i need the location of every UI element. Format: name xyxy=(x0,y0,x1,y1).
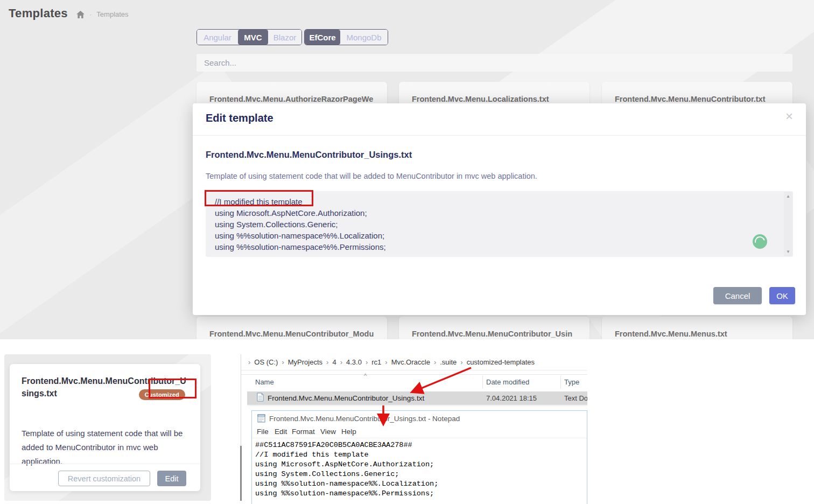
notepad-text-area[interactable]: ##C511AC87591FA20C0B5CA0ACBE3AA278## //I… xyxy=(252,438,587,499)
template-card-title: Frontend.Mvc.Menu.Localizations.txt xyxy=(412,94,577,104)
notepad-titlebar[interactable]: Frontend.Mvc.Menu.MenuContributor_Usings… xyxy=(252,411,587,426)
menu-edit[interactable]: Edit xyxy=(275,428,287,436)
explorer-breadcrumb-item[interactable]: OS (C:) xyxy=(254,358,278,366)
divider xyxy=(10,464,200,464)
explorer-breadcrumb-item[interactable]: .suite xyxy=(440,358,457,366)
scrollbar[interactable]: ▲ ▼ xyxy=(784,192,792,256)
template-detail-panel: Frontend.Mvc.Menu.MenuContributor_Usings… xyxy=(4,354,211,501)
explorer-breadcrumb-item[interactable]: customized-templates xyxy=(467,358,535,366)
edit-template-modal: Edit template × Frontend.Mvc.Menu.MenuCo… xyxy=(193,103,806,315)
revert-customization-button[interactable]: Revert customization xyxy=(58,471,150,486)
modal-template-description: Template of using statement code that wi… xyxy=(206,172,537,180)
modal-footer: Cancel OK xyxy=(713,287,795,304)
customized-template-card: Frontend.Mvc.Menu.MenuContributor_Usings… xyxy=(10,364,200,491)
template-card-description: Template of using statement code that wi… xyxy=(22,426,188,468)
chevron-right-icon: › xyxy=(460,358,462,366)
chevron-right-icon: › xyxy=(248,358,250,366)
breadcrumb: · Templates xyxy=(76,10,129,18)
menu-view[interactable]: View xyxy=(320,428,336,436)
notepad-line: using System.Collections.Generic; xyxy=(255,470,587,479)
frontend-tab-group: Angular MVC Blazor xyxy=(197,29,302,45)
breadcrumb-separator: · xyxy=(89,10,92,18)
explorer-breadcrumb-item[interactable]: 4.3.0 xyxy=(346,358,362,366)
column-header-date-modified[interactable]: Date modified xyxy=(486,378,529,386)
modal-title: Edit template xyxy=(206,112,273,124)
notepad-icon xyxy=(257,414,266,425)
chevron-right-icon: › xyxy=(282,358,284,366)
notepad-window: Frontend.Mvc.Menu.MenuContributor_Usings… xyxy=(251,410,587,504)
cancel-button[interactable]: Cancel xyxy=(713,287,762,304)
template-code-editor[interactable]: //I modified this template using Microso… xyxy=(206,191,793,257)
customized-badge: Customized xyxy=(139,389,185,400)
loading-spinner-icon xyxy=(753,234,767,249)
divider xyxy=(247,405,587,406)
notepad-window-title: Frontend.Mvc.Menu.MenuContributor_Usings… xyxy=(269,415,460,423)
file-row-selected[interactable]: Frontend.Mvc.Menu.MenuContributor_Usings… xyxy=(247,391,587,405)
chevron-right-icon: › xyxy=(385,358,387,366)
explorer-breadcrumb-item[interactable]: Mvc.Oraccle xyxy=(391,358,430,366)
explorer-breadcrumb-item[interactable]: MyProjects xyxy=(288,358,322,366)
template-card-title: Frontend.Mvc.Menu.MenuContributor.txt xyxy=(615,94,780,104)
text-file-icon xyxy=(257,393,264,404)
notepad-line: using %%solution-namespace%%.Localizatio… xyxy=(255,479,587,489)
window-edge xyxy=(240,446,242,501)
menu-file[interactable]: File xyxy=(257,428,269,436)
sort-ascending-icon: ^ xyxy=(364,373,367,379)
code-line: using %%solution-namespace%%.Localizatio… xyxy=(215,230,769,241)
menu-format[interactable]: Format xyxy=(292,428,315,436)
search-input[interactable] xyxy=(197,54,792,72)
app-root: Templates · Templates Angular MVC Blazor… xyxy=(0,0,814,504)
notepad-menubar: File Edit Format View Help xyxy=(252,426,587,438)
tab-blazor[interactable]: Blazor xyxy=(268,30,301,45)
card-actions: Revert customization Edit xyxy=(58,471,186,486)
code-line: //I modified this template xyxy=(215,196,769,207)
notepad-line: using Microsoft.AspNetCore.Authorization… xyxy=(255,460,587,470)
template-card-title: Frontend.Mvc.Menu.Menus.txt xyxy=(615,328,780,339)
column-header-name[interactable]: Name xyxy=(255,378,274,386)
code-line: using Microsoft.AspNetCore.Authorization… xyxy=(215,207,769,219)
home-icon[interactable] xyxy=(76,11,85,18)
notepad-line: ##C511AC87591FA20C0B5CA0ACBE3AA278## xyxy=(255,440,587,450)
file-date-modified: 7.04.2021 18:15 xyxy=(486,394,537,402)
page-title: Templates xyxy=(9,6,68,20)
explorer-address-bar: ›OS (C:) ›MyProjects ›4 ›4.3.0 ›rc1 ›Mvc… xyxy=(241,354,587,370)
template-card-title: Frontend.Mvc.Menu.AuthorizeRazorPageWe xyxy=(209,94,374,104)
file-name: Frontend.Mvc.Menu.MenuContributor_Usings… xyxy=(268,394,424,402)
chevron-right-icon: › xyxy=(434,358,436,366)
code-line: using %%solution-namespace%%.Permissions… xyxy=(215,241,769,253)
explorer-breadcrumb-item[interactable]: rc1 xyxy=(371,358,381,366)
close-icon[interactable]: × xyxy=(785,109,793,124)
explorer-column-headers: ^ Name Date modified Type xyxy=(241,375,587,390)
column-header-type[interactable]: Type xyxy=(564,378,579,386)
tab-mongodb[interactable]: MongoDb xyxy=(340,30,388,45)
chevron-right-icon: › xyxy=(326,358,328,366)
scroll-up-icon[interactable]: ▲ xyxy=(784,194,792,199)
scroll-down-icon[interactable]: ▼ xyxy=(784,249,792,254)
modal-template-name: Frontend.Mvc.Menu.MenuContributor_Usings… xyxy=(206,150,412,160)
notepad-line: using %%solution-namespace%%.Permissions… xyxy=(255,489,587,499)
ok-button[interactable]: OK xyxy=(769,287,795,304)
notepad-line: //I modified this template xyxy=(255,450,587,460)
edit-button[interactable]: Edit xyxy=(157,471,186,486)
tab-angular[interactable]: Angular xyxy=(197,30,238,45)
code-line: using System.Collections.Generic; xyxy=(215,219,769,230)
chevron-right-icon: › xyxy=(340,358,342,366)
database-tab-group: EfCore MongoDb xyxy=(304,29,388,45)
file-type: Text Doc xyxy=(564,394,587,402)
breadcrumb-item-templates[interactable]: Templates xyxy=(96,10,128,18)
explorer-breadcrumb-item[interactable]: 4 xyxy=(332,358,336,366)
modal-header: Edit template × xyxy=(193,103,806,136)
menu-help[interactable]: Help xyxy=(341,428,356,436)
column-separator xyxy=(560,376,561,389)
column-separator xyxy=(482,376,483,389)
chevron-right-icon: › xyxy=(366,358,368,366)
tab-efcore[interactable]: EfCore xyxy=(305,30,340,45)
tab-mvc[interactable]: MVC xyxy=(238,30,268,45)
